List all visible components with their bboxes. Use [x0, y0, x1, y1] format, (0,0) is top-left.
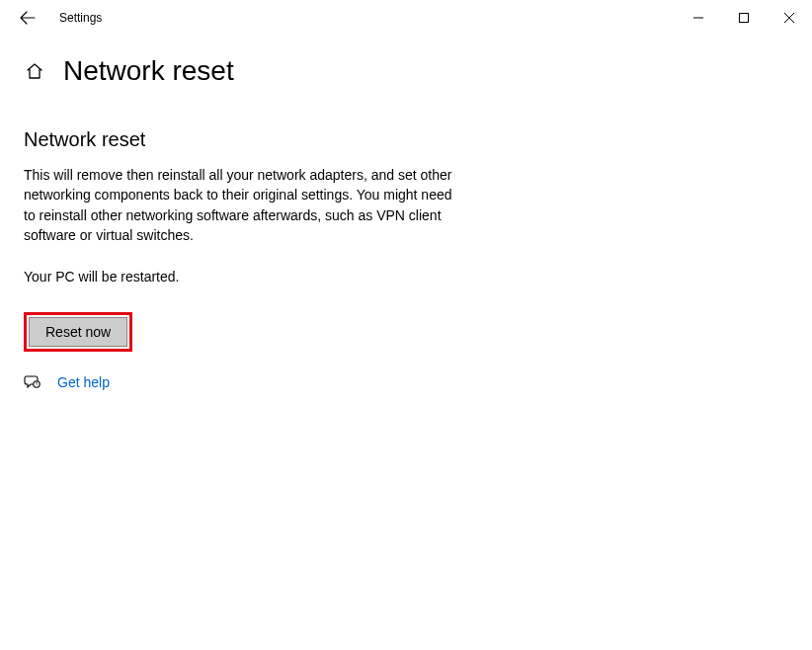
- page-header: Network reset: [0, 36, 812, 87]
- svg-rect-1: [740, 14, 749, 23]
- minimize-icon: [693, 13, 703, 23]
- minimize-button[interactable]: [676, 2, 721, 34]
- get-help-icon: ?: [24, 373, 41, 391]
- arrow-left-icon: [20, 10, 36, 26]
- section-heading: Network reset: [24, 128, 529, 151]
- window-controls: [676, 2, 812, 34]
- get-help-link[interactable]: Get help: [57, 374, 110, 390]
- reset-now-button[interactable]: Reset now: [29, 317, 127, 347]
- page-title: Network reset: [63, 55, 234, 87]
- maximize-icon: [739, 13, 749, 23]
- reset-button-highlight: Reset now: [24, 312, 132, 352]
- maximize-button[interactable]: [721, 2, 767, 34]
- chat-bubble-icon: ?: [24, 373, 41, 391]
- description-text: This will remove then reinstall all your…: [24, 165, 458, 245]
- close-button[interactable]: [767, 2, 812, 34]
- titlebar: Settings: [0, 0, 812, 36]
- home-button[interactable]: [24, 60, 45, 82]
- restart-note: Your PC will be restarted.: [24, 269, 529, 284]
- window-title: Settings: [59, 11, 102, 25]
- main-content: Network reset This will remove then rein…: [0, 87, 553, 391]
- home-icon: [26, 62, 43, 80]
- back-button[interactable]: [10, 0, 45, 36]
- close-icon: [784, 13, 794, 23]
- help-row: ? Get help: [24, 373, 529, 391]
